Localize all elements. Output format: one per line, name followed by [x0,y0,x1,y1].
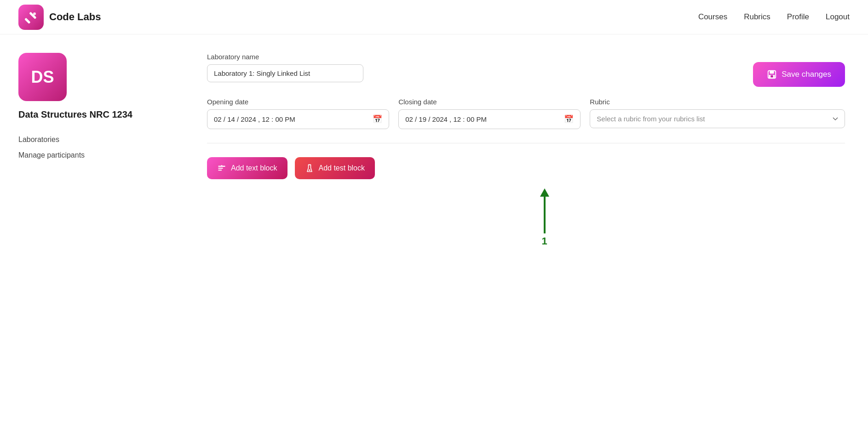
course-avatar: DS [18,53,67,101]
arrow-label: 1 [541,235,547,247]
course-title: Data Structures NRC 1234 [18,109,175,120]
logo: Code Labs [18,5,101,30]
divider [207,143,845,143]
main-content: Laboratory name Save changes Opening dat… [193,34,868,431]
sidebar-nav: Laboratories Manage participants [18,133,175,162]
add-test-block-label: Add test block [319,164,365,172]
sidebar-item-manage-participants[interactable]: Manage participants [18,148,175,162]
arrow-shaft [544,197,546,233]
arrow-annotation: 1 [244,188,845,247]
opening-date-calendar-icon[interactable]: 📅 [373,114,382,124]
save-icon [767,69,777,79]
add-text-block-button[interactable]: Add text block [207,157,287,179]
test-block-icon [305,164,314,173]
opening-date-field: Opening date 02 / 14 / 2024 , 12 : 00 PM… [207,98,389,129]
layout: DS Data Structures NRC 1234 Laboratories… [0,34,868,431]
svg-rect-0 [24,17,30,23]
logo-icon [18,5,44,30]
nav-profile[interactable]: Profile [787,12,809,22]
add-test-block-button[interactable]: Add test block [295,157,375,179]
action-buttons: Add text block Add test block [207,157,845,179]
closing-date-field: Closing date 02 / 19 / 2024 , 12 : 00 PM… [398,98,581,129]
rubric-label: Rubric [590,98,845,106]
header: Code Labs Courses Rubrics Profile Logout [0,0,868,34]
svg-rect-6 [771,75,774,78]
text-block-icon [217,164,226,173]
sidebar: DS Data Structures NRC 1234 Laboratories… [0,34,193,431]
lab-name-label: Laboratory name [207,53,735,61]
save-changes-button[interactable]: Save changes [753,62,845,87]
rubric-select[interactable]: Select a rubric from your rubrics list [590,109,845,128]
logo-text: Code Labs [49,11,101,23]
nav-logout[interactable]: Logout [826,12,850,22]
opening-date-label: Opening date [207,98,389,106]
form-header: Laboratory name Save changes [207,53,845,87]
closing-date-input-wrapper[interactable]: 02 / 19 / 2024 , 12 : 00 PM 📅 [398,109,581,129]
closing-date-value: 02 / 19 / 2024 , 12 : 00 PM [405,115,559,123]
add-text-block-label: Add text block [231,164,277,172]
lab-name-input[interactable] [207,64,363,82]
rubric-field: Rubric Select a rubric from your rubrics… [590,98,845,128]
sidebar-item-laboratories[interactable]: Laboratories [18,133,175,147]
date-row: Opening date 02 / 14 / 2024 , 12 : 00 PM… [207,98,845,129]
closing-date-label: Closing date [398,98,581,106]
header-nav: Courses Rubrics Profile Logout [698,12,850,22]
svg-point-7 [309,170,310,171]
form-section: Laboratory name [207,53,735,82]
svg-rect-4 [770,71,774,74]
arrow-head [540,188,549,197]
svg-point-2 [33,12,36,15]
nav-courses[interactable]: Courses [698,12,727,22]
closing-date-calendar-icon[interactable]: 📅 [564,114,574,124]
opening-date-input-wrapper[interactable]: 02 / 14 / 2024 , 12 : 00 PM 📅 [207,109,389,129]
opening-date-value: 02 / 14 / 2024 , 12 : 00 PM [214,115,368,123]
save-changes-label: Save changes [782,70,831,79]
nav-rubrics[interactable]: Rubrics [744,12,770,22]
